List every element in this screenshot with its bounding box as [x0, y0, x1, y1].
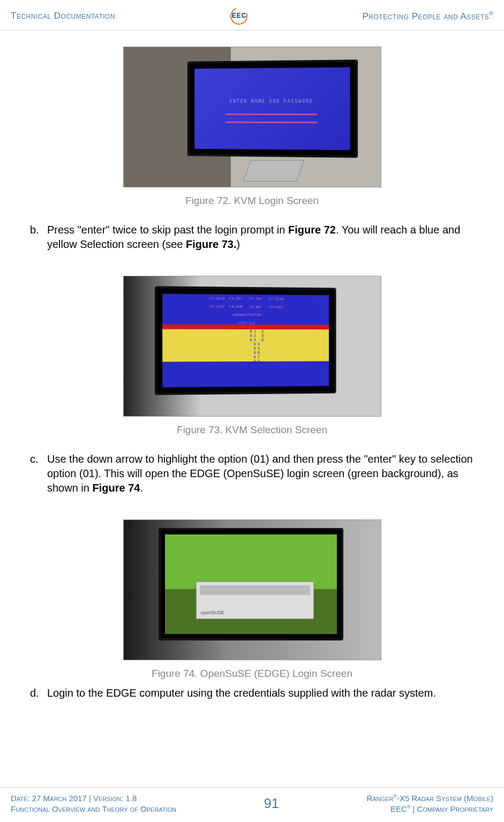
step-c: c. Use the down arrow to highlight the o… [30, 452, 488, 495]
step-c-letter: c. [30, 452, 47, 495]
step-b-body: Press "enter" twice to skip past the log… [47, 223, 488, 252]
logo-text: EEC [232, 12, 247, 19]
footer-left: Date: 27 March 2017 | Version: 1.8 Funct… [11, 793, 176, 815]
opensuse-login-box: openSUSE [196, 582, 314, 619]
header-left-text: Technical Documentation [11, 11, 115, 21]
kvm-selection-list: 01 O 02 O 03 O 04 05 06 07 08 [162, 329, 329, 362]
figure-72-image: ENTER NAME AND PASSWORD [123, 47, 381, 187]
step-c-body: Use the down arrow to highlight the opti… [47, 452, 488, 495]
step-d: d. Login to the EDGE computer using the … [30, 686, 488, 700]
figure-74: openSUSE Figure 74. OpenSuSE (EDGE) Logi… [16, 519, 488, 680]
figure-73: F1:GOTO F3:SET F5:SKP F7:SCAN F2:LIST F4… [16, 276, 488, 436]
step-d-body: Login to the EDGE computer using the cre… [47, 686, 488, 700]
page-content: ENTER NAME AND PASSWORD Figure 72. KVM L… [0, 31, 504, 700]
footer-right: Ranger®-X5 Radar System (Mobile) EEC® | … [366, 793, 493, 815]
figure-73-image: F1:GOTO F3:SET F5:SKP F7:SCAN F2:LIST F4… [123, 276, 381, 417]
header-right-text: Protecting People and Assets® [363, 11, 494, 22]
figure-74-caption: Figure 74. OpenSuSE (EDGE) Login Screen [16, 668, 488, 680]
page-header: Technical Documentation EEC Protecting P… [0, 0, 504, 31]
page-footer: Date: 27 March 2017 | Version: 1.8 Funct… [0, 787, 504, 823]
figure-74-image: openSUSE [123, 519, 381, 660]
figure-73-caption: Figure 73. KVM Selection Screen [16, 424, 488, 436]
step-d-letter: d. [30, 686, 47, 700]
page-number: 91 [264, 796, 279, 811]
figure-72: ENTER NAME AND PASSWORD Figure 72. KVM L… [16, 47, 488, 207]
step-b: b. Press "enter" twice to skip past the … [30, 223, 488, 252]
step-b-letter: b. [30, 223, 47, 252]
kvm-login-prompt: ENTER NAME AND PASSWORD [194, 99, 350, 104]
eec-logo: EEC [225, 6, 252, 26]
figure-72-caption: Figure 72. KVM Login Screen [16, 195, 488, 207]
